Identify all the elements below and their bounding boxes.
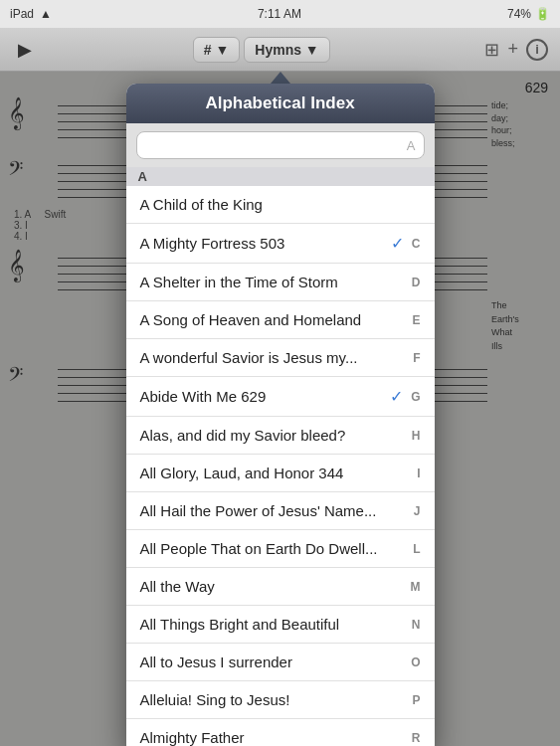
search-bar-container: 🔍 A (126, 123, 435, 167)
modal-title: Alphabetical Index (205, 93, 354, 112)
index-list: AA Child of the KingA Mighty Fortress 50… (126, 167, 435, 746)
list-item-text: All People That on Earth Do Dwell... (140, 540, 378, 557)
side-letter: L (413, 542, 420, 556)
list-item-text: Alleluia! Sing to Jesus! (140, 691, 290, 708)
hash-button[interactable]: # ▼ (193, 37, 241, 63)
alphabetical-index-modal: Alphabetical Index 🔍 A AA Child of the K… (126, 84, 435, 746)
search-input[interactable] (136, 131, 425, 159)
status-right: 74% 🔋 (507, 7, 550, 21)
info-button[interactable]: i (526, 39, 548, 61)
list-item-text: Alas, and did my Savior bleed? (140, 427, 346, 444)
battery-label: 74% (507, 7, 531, 21)
side-letter: N (412, 618, 421, 632)
list-item[interactable]: A wonderful Savior is Jesus my...F (126, 339, 435, 377)
list-item-text: A wonderful Savior is Jesus my... (140, 349, 358, 366)
search-side-letter: A (407, 138, 416, 153)
side-letter: R (412, 731, 421, 745)
side-letter: E (412, 313, 420, 327)
list-item-text: All Things Bright and Beautiful (140, 616, 340, 633)
list-item[interactable]: Alas, and did my Savior bleed?H (126, 417, 435, 455)
side-letter: P (412, 693, 420, 707)
side-letter: C (412, 237, 421, 251)
list-item-text: A Mighty Fortress 503 (140, 235, 285, 252)
modal-arrow (271, 72, 290, 84)
play-button[interactable]: ▶ (12, 35, 38, 65)
modal-header: Alphabetical Index (126, 84, 435, 123)
list-item-text: All the Way (140, 578, 215, 595)
modal-overlay: Alphabetical Index 🔍 A AA Child of the K… (0, 72, 560, 746)
side-letter: M (411, 580, 421, 594)
title-button[interactable]: Hymns ▼ (244, 37, 329, 63)
side-letter: G (411, 390, 420, 404)
list-item[interactable]: All the WayM (126, 568, 435, 606)
checkmark-icon: ✓ (391, 234, 404, 253)
checkmark-icon: ✓ (390, 387, 403, 406)
list-item-text: A Child of the King (140, 196, 263, 213)
add-button[interactable]: + (507, 39, 518, 60)
list-item[interactable]: Almighty FatherR (126, 719, 435, 746)
list-item-text: Abide With Me 629 (140, 388, 267, 405)
toolbar-center: # ▼ Hymns ▼ (193, 37, 330, 63)
section-header-A: A (126, 167, 435, 186)
time-label: 7:11 AM (258, 7, 301, 21)
battery-icon: 🔋 (535, 7, 550, 21)
list-item[interactable]: Abide With Me 629✓G (126, 377, 435, 417)
side-letter: H (412, 429, 421, 443)
side-letter: O (411, 655, 420, 669)
list-item-text: All Hail the Power of Jesus' Name... (140, 502, 377, 519)
side-letter: I (417, 466, 420, 480)
list-item-text: A Shelter in the Time of Storm (140, 274, 338, 290)
side-letter: F (413, 351, 420, 365)
list-item[interactable]: Alleluia! Sing to Jesus!P (126, 681, 435, 719)
list-item-text: All Glory, Laud, and Honor 344 (140, 465, 344, 481)
carrier-label: iPad (10, 7, 34, 21)
status-bar: iPad ▲ 7:11 AM 74% 🔋 (0, 0, 560, 28)
list-item-text: Almighty Father (140, 729, 245, 746)
list-item[interactable]: All to Jesus I surrenderO (126, 644, 435, 681)
list-item[interactable]: All People That on Earth Do Dwell...L (126, 530, 435, 568)
list-item-text: A Song of Heaven and Homeland (140, 311, 362, 328)
side-letter: D (412, 276, 421, 289)
search-wrapper: 🔍 A (136, 131, 425, 159)
wifi-icon: ▲ (40, 7, 52, 21)
list-item[interactable]: All Hail the Power of Jesus' Name...J (126, 492, 435, 530)
section-letter: A (138, 169, 147, 184)
status-left: iPad ▲ (10, 7, 52, 21)
bookmark-button[interactable]: ⊞ (484, 39, 499, 61)
list-item[interactable]: A Song of Heaven and HomelandE (126, 301, 435, 339)
list-item[interactable]: A Mighty Fortress 503✓C (126, 224, 435, 264)
list-item[interactable]: All Glory, Laud, and Honor 344I (126, 455, 435, 492)
toolbar-left: ▶ (12, 35, 38, 65)
side-letter: J (414, 504, 421, 518)
toolbar-right: ⊞ + i (484, 39, 548, 61)
list-item[interactable]: A Shelter in the Time of StormD (126, 264, 435, 301)
list-item[interactable]: A Child of the King (126, 186, 435, 224)
toolbar: ▶ # ▼ Hymns ▼ ⊞ + i (0, 28, 560, 72)
list-item[interactable]: All Things Bright and BeautifulN (126, 606, 435, 644)
list-item-text: All to Jesus I surrender (140, 653, 292, 670)
